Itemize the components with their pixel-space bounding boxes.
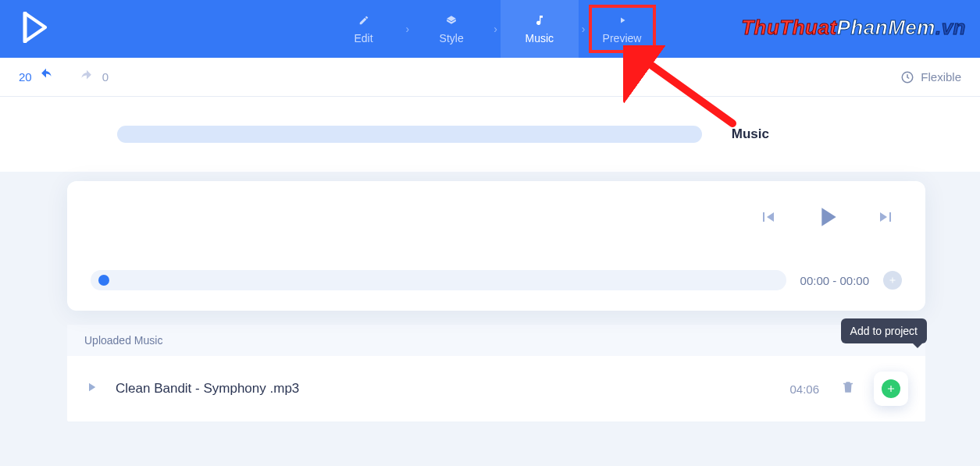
history-toolbar: 20 0 Flexible [0, 58, 980, 97]
step-label: Style [440, 32, 464, 44]
timeline-slider[interactable] [91, 270, 786, 290]
redo-count: 0 [102, 70, 109, 84]
chevron-right-icon: › [402, 0, 412, 58]
step-label: Music [526, 32, 554, 44]
step-edit[interactable]: Edit [324, 0, 402, 58]
track-title: Clean Bandit - Symphony .mp3 [116, 381, 299, 397]
step-style[interactable]: Style [412, 0, 490, 58]
step-music[interactable]: Music [501, 0, 579, 58]
list-item: Clean Bandit - Symphony .mp3 04:06 [67, 356, 925, 422]
timeline-row: 00:00 - 00:00 [91, 270, 902, 290]
music-note-icon [533, 13, 546, 27]
section-progress-track[interactable] [117, 126, 702, 143]
step-preview[interactable]: Preview [589, 5, 656, 53]
app-header: Edit › Style › Music › Preview ThuThuatP… [0, 0, 980, 58]
flexible-label: Flexible [921, 70, 961, 84]
timeline-thumb[interactable] [98, 275, 109, 286]
play-track-button[interactable] [84, 380, 98, 397]
time-display: 00:00 - 00:00 [800, 274, 869, 287]
uploaded-music-list: Uploaded Music Clean Bandit - Symphony .… [67, 325, 925, 422]
undo-button[interactable] [37, 68, 55, 86]
section-bar: Music [0, 97, 980, 172]
player-controls [91, 201, 902, 236]
add-to-project-button[interactable] [874, 372, 908, 406]
wizard-steps: Edit › Style › Music › Preview [324, 0, 655, 58]
skip-previous-button[interactable] [758, 208, 777, 229]
play-button[interactable] [811, 201, 843, 236]
layers-icon [445, 13, 458, 27]
redo-button[interactable]: 0 [77, 69, 109, 85]
chevron-right-icon: › [490, 0, 501, 58]
delete-track-button[interactable] [841, 380, 855, 397]
section-title: Music [732, 126, 769, 142]
step-label: Edit [354, 32, 372, 44]
tooltip-add-to-project: Add to project [841, 318, 927, 343]
add-segment-button-disabled [883, 271, 902, 290]
skip-next-button[interactable] [877, 208, 896, 229]
pencil-icon [358, 13, 369, 27]
music-player-panel: 00:00 - 00:00 [67, 181, 925, 311]
play-icon [618, 13, 627, 27]
uploaded-heading: Uploaded Music [67, 325, 925, 356]
plus-circle-icon [882, 379, 900, 398]
flexible-toggle[interactable]: Flexible [900, 70, 961, 84]
watermark-text: ThuThuatPhanMem.vn [741, 16, 966, 40]
chevron-right-icon: › [579, 0, 589, 58]
step-label: Preview [603, 32, 642, 44]
app-logo[interactable] [22, 12, 50, 46]
undo-count: 20 [19, 70, 32, 84]
track-duration: 04:06 [789, 382, 819, 396]
